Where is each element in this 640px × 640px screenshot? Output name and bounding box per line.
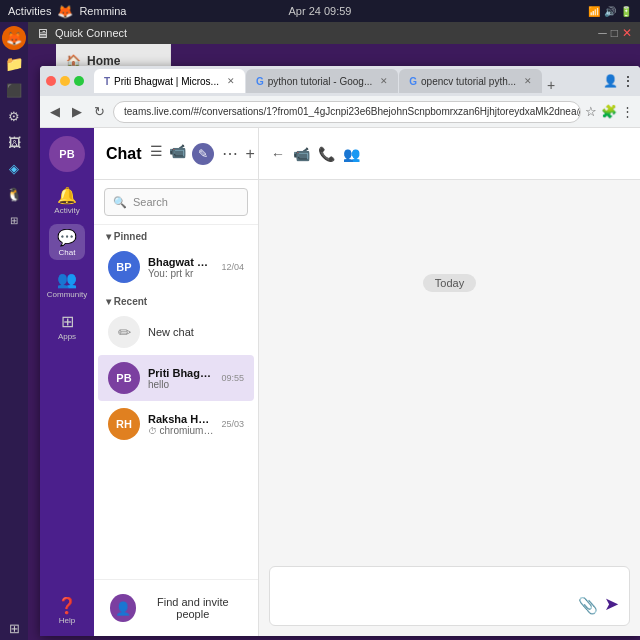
message-input-area: 📎 ➤ [269,566,630,626]
help-label: Help [59,616,75,625]
teams-sidebar-community[interactable]: 👥 Community [49,266,85,302]
new-chat-item[interactable]: ✏ New chat [98,309,254,355]
chat-item-name: Bhagwat Priti [148,256,213,268]
chrome-window-controls [46,76,84,86]
extensions-icon[interactable]: 🧩 [601,104,617,119]
chat-search-box[interactable]: 🔍 Search [104,188,248,216]
more-taskbar-icon[interactable]: ⊞ [2,208,26,232]
remmina-icon: 🖥 [36,26,49,41]
main-call-icon[interactable]: 📞 [318,146,335,162]
wifi-icon: 📶 [588,6,600,17]
chat-item-preview-priti: hello [148,379,213,390]
video-call-icon[interactable]: 📹 [169,143,186,165]
sound-icon: 🔊 [604,6,616,17]
preview-status-icon: ⏱ [148,426,160,436]
vscode-taskbar-icon[interactable]: ◈ [2,156,26,180]
filter-icon[interactable]: ☰ [150,143,163,165]
tab-close-teams[interactable]: ✕ [227,76,235,86]
tab-close-opencv[interactable]: ✕ [524,76,532,86]
today-area: Today [259,180,640,366]
chat-panel-title: Chat [106,145,142,163]
show-apps-icon[interactable]: ⊞ [2,616,26,640]
attach-icon[interactable]: 📎 [578,596,598,615]
more-options-icon[interactable]: ⋯ [222,144,238,163]
tab-close-python[interactable]: ✕ [380,76,388,86]
chrome-toolbar: ◀ ▶ ↻ teams.live.com/#/conversations/1?f… [40,96,640,128]
chrome-tab-label-python: python tutorial - Goog... [268,76,373,87]
chat-item-preview-raksha: ⏱ chromium-browser [148,425,213,436]
refresh-btn[interactable]: ↻ [90,102,109,121]
teams-sidebar-help[interactable]: ❓ Help [49,592,85,628]
add-chat-icon[interactable]: + [246,145,255,163]
ubuntu-taskbar-icon[interactable]: 🐧 [2,182,26,206]
chat-panel-header: Chat ☰ 📹 ✎ ⋯ + [94,128,258,180]
teams-area: PB 🔔 Activity 💬 Chat 👥 Community ⊞ Apps [40,128,640,636]
main-video-icon[interactable]: 📹 [293,146,310,162]
chrome-tab-opencv[interactable]: G opencv tutorial pyth... ✕ [399,69,542,93]
photos-taskbar-icon[interactable]: 🖼 [2,130,26,154]
forward-btn[interactable]: ▶ [68,102,86,121]
search-icon: 🔍 [113,196,127,209]
remmina-label[interactable]: Remmina [79,5,126,17]
chrome-account-icon[interactable]: 👤 [603,74,618,88]
chrome-more-icon[interactable]: ⋮ [621,104,634,119]
chat-item-time: 12/04 [221,262,244,272]
message-area [259,366,640,556]
teams-sidebar-chat[interactable]: 💬 Chat [49,224,85,260]
chat-header-actions: ☰ 📹 ✎ [150,143,214,165]
teams-sidebar-apps[interactable]: ⊞ Apps [49,308,85,344]
chat-item-bhagwat-priti[interactable]: BP Bhagwat Priti You: prt kr 12/04 [98,244,254,290]
pinned-section-label: ▾ Pinned [94,225,258,244]
chrome-close-btn[interactable] [46,76,56,86]
toolbar-actions: ☆ 🧩 ⋮ [585,104,634,119]
firefox-taskbar-icon[interactable]: 🦊 [2,26,26,50]
win-close[interactable]: ✕ [622,26,632,40]
main-add-people-icon[interactable]: 👥 [343,146,360,162]
chrome-max-btn[interactable] [74,76,84,86]
terminal-taskbar-icon[interactable]: ⬛ [2,78,26,102]
chrome-tab-python[interactable]: G python tutorial - Goog... ✕ [246,69,398,93]
find-invite-label: Find and invite people [144,596,242,620]
pencil-icon: ✏ [118,323,131,342]
find-invite-icon: 👤 [110,594,136,622]
community-icon: 👥 [57,270,77,289]
chrome-menu-icon[interactable]: ⋮ [622,74,634,88]
tab-add-btn[interactable]: + [543,77,559,93]
community-label: Community [47,290,87,299]
tab-favicon-python: G [256,76,264,87]
chrome-tab-teams[interactable]: T Priti Bhagwat | Micros... ✕ [94,69,245,93]
address-bar[interactable]: teams.live.com/#/conversations/1?from01_… [113,101,581,123]
taskbar: 🦊 📁 ⬛ ⚙ 🖼 ◈ 🐧 ⊞ ⊞ [0,22,28,640]
firefox-icon[interactable]: 🦊 [57,4,73,19]
chat-panel: Chat ☰ 📹 ✎ ⋯ + 🔍 Search [94,128,259,636]
find-invite-button[interactable]: 👤 Find and invite people [102,588,250,628]
chat-panel-footer: 👤 Find and invite people [94,579,258,636]
win-minimize[interactable]: ─ [598,26,607,40]
chat-item-priti[interactable]: PB Priti Bhagwat hello 09:55 [98,355,254,401]
settings-taskbar-icon[interactable]: ⚙ [2,104,26,128]
chat-item-name-raksha: Raksha Hulle [148,413,213,425]
win-maximize[interactable]: □ [611,26,618,40]
bookmark-icon[interactable]: ☆ [585,104,597,119]
teams-sidebar-activity[interactable]: 🔔 Activity [49,182,85,218]
chat-item-info-raksha: Raksha Hulle ⏱ chromium-browser [148,413,213,436]
chat-item-raksha[interactable]: RH Raksha Hulle ⏱ chromium-browser 25/03 [98,401,254,447]
chat-item-preview: You: prt kr [148,268,213,279]
help-icon: ❓ [57,596,77,615]
user-avatar[interactable]: PB [49,136,85,172]
back-btn[interactable]: ◀ [46,102,64,121]
compose-icon[interactable]: ✎ [192,143,214,165]
files-taskbar-icon[interactable]: 📁 [2,52,26,76]
main-back-icon[interactable]: ← [271,146,285,162]
address-text: teams.live.com/#/conversations/1?from01_… [124,106,581,117]
chrome-min-btn[interactable] [60,76,70,86]
battery-icon: 🔋 [620,6,632,17]
teams-sidebar: PB 🔔 Activity 💬 Chat 👥 Community ⊞ Apps [40,128,94,636]
chrome-window: T Priti Bhagwat | Micros... ✕ G python t… [40,66,640,636]
recent-chevron-icon: ▾ [106,296,114,307]
chat-search: 🔍 Search [94,180,258,225]
today-label: Today [423,274,476,292]
activities-label[interactable]: Activities [8,5,51,17]
send-button[interactable]: ➤ [604,593,619,615]
remmina-title: Quick Connect [55,27,127,39]
